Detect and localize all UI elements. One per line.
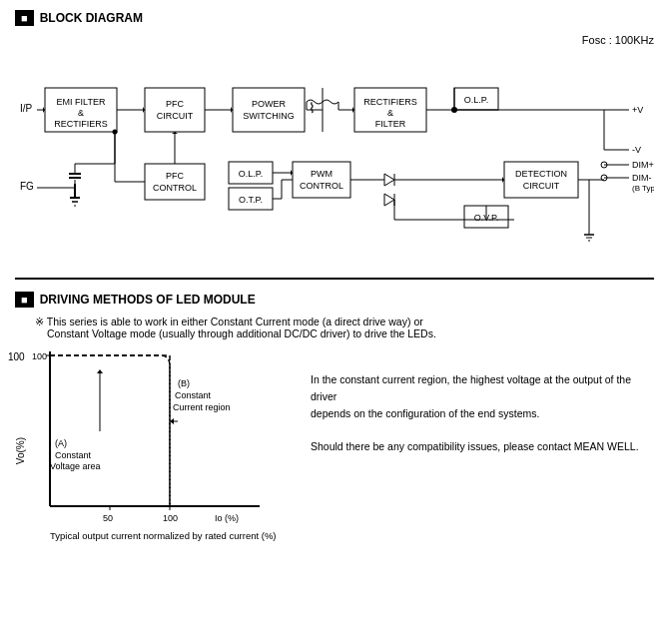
svg-text:POWER: POWER [252, 99, 287, 109]
svg-text:CIRCUIT: CIRCUIT [157, 111, 194, 121]
chart-svg: 100 50 100 Io (%) [30, 351, 270, 526]
svg-text:DIM-: DIM- [632, 173, 652, 183]
svg-text:SWITCHING: SWITCHING [243, 111, 295, 121]
svg-rect-28 [145, 164, 205, 200]
block-diagram-title-box: ■ [15, 10, 34, 26]
svg-text:(B Type): (B Type) [632, 184, 654, 193]
description-line3: Should there be any compatibility issues… [311, 440, 639, 452]
fosc-label: Fosc : 100KHz [15, 34, 654, 46]
svg-text:Constant: Constant [55, 450, 92, 460]
svg-rect-35 [293, 162, 350, 198]
driving-methods-section: ■ DRIVING METHODS OF LED MODULE ※ This s… [15, 292, 654, 541]
block-diagram-container: I/P FG EMI FILTER & RECTIFIERS PFC CIRCU… [15, 50, 654, 260]
svg-text:CONTROL: CONTROL [153, 183, 197, 193]
chart-container: Vo(%) 100 100 50 [15, 351, 295, 541]
svg-text:O.L.P.: O.L.P. [239, 169, 263, 179]
svg-text:DETECTION: DETECTION [515, 169, 567, 179]
block-diagram-title-row: ■ BLOCK DIAGRAM [15, 10, 654, 26]
svg-rect-23 [504, 162, 578, 198]
svg-text:50: 50 [103, 513, 113, 523]
svg-text:Voltage area: Voltage area [50, 461, 101, 471]
svg-rect-6 [145, 88, 205, 132]
driving-content: Vo(%) 100 100 50 [15, 351, 654, 541]
svg-text:(A): (A) [55, 438, 67, 448]
driving-description: In the constant current region, the high… [311, 351, 654, 455]
driving-methods-note: ※ This series is able to work in either … [35, 316, 654, 339]
note-text: This series is able to work in either Co… [47, 316, 423, 327]
svg-text:Current region: Current region [173, 402, 231, 412]
svg-text:100: 100 [32, 351, 47, 361]
block-diagram-section: ■ BLOCK DIAGRAM Fosc : 100KHz I/P FG EMI… [15, 10, 654, 260]
svg-marker-111 [97, 369, 103, 373]
svg-rect-9 [233, 88, 305, 132]
svg-text:EMI FILTER: EMI FILTER [57, 97, 106, 107]
svg-text:100: 100 [163, 513, 178, 523]
svg-text:-V: -V [632, 145, 641, 155]
svg-marker-74 [384, 174, 394, 186]
svg-text:(B): (B) [178, 378, 190, 388]
driving-methods-title-row: ■ DRIVING METHODS OF LED MODULE [15, 292, 654, 308]
chart-y-100: 100 [8, 351, 25, 362]
svg-text:CONTROL: CONTROL [300, 181, 343, 191]
svg-text:DIM+: DIM+ [632, 160, 654, 170]
driving-methods-title-box: ■ [15, 292, 34, 308]
svg-text:CIRCUIT: CIRCUIT [523, 181, 560, 191]
typical-output-note: Typical output current normalized by rat… [50, 530, 277, 541]
block-diagram-title-text: BLOCK DIAGRAM [40, 11, 143, 25]
svg-text:+V: +V [632, 105, 643, 115]
svg-text:Io (%): Io (%) [215, 513, 239, 523]
svg-text:FILTER: FILTER [375, 119, 406, 129]
svg-text:&: & [387, 108, 393, 118]
svg-text:RECTIFIERS: RECTIFIERS [54, 119, 108, 129]
note-symbol: ※ [35, 316, 44, 327]
svg-text:I/P: I/P [20, 103, 33, 114]
description-line2: depends on the configuration of the end … [311, 407, 539, 419]
svg-marker-76 [384, 194, 394, 206]
section-divider [15, 278, 654, 280]
svg-text:O.T.P.: O.T.P. [239, 195, 263, 205]
svg-text:FG: FG [20, 181, 34, 192]
svg-text:&: & [78, 108, 84, 118]
chart-y-label: Vo(%) [15, 437, 26, 464]
svg-text:Constant: Constant [175, 390, 212, 400]
svg-text:O.L.P.: O.L.P. [464, 95, 488, 105]
svg-text:PFC: PFC [166, 171, 185, 181]
driving-methods-title-text: DRIVING METHODS OF LED MODULE [40, 293, 256, 307]
description-line1: In the constant current region, the high… [311, 373, 631, 402]
block-diagram-svg: I/P FG EMI FILTER & RECTIFIERS PFC CIRCU… [15, 50, 654, 260]
svg-text:RECTIFIERS: RECTIFIERS [363, 97, 417, 107]
svg-text:PWM: PWM [311, 169, 333, 179]
note-text-2: Constant Voltage mode (usually through a… [47, 327, 436, 339]
svg-text:PFC: PFC [166, 99, 185, 109]
